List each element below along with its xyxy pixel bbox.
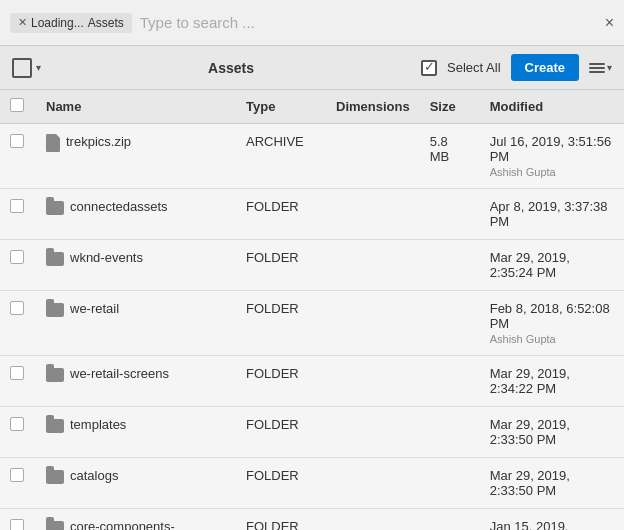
row-5-name: templates [70, 417, 126, 432]
row-1-size [420, 189, 480, 240]
row-3-name-cell: we-retail [36, 291, 236, 356]
row-1-checkbox[interactable] [10, 199, 24, 213]
row-4-modified-date: Mar 29, 2019, 2:34:22 PM [490, 366, 614, 396]
tab-assets-label: Assets [88, 16, 124, 30]
list-options-chevron: ▾ [607, 62, 612, 73]
row-0-size: 5.8 MB [420, 124, 480, 189]
row-4-name-cell: we-retail-screens [36, 356, 236, 407]
row-0-dimensions [326, 124, 420, 189]
row-0-checkbox[interactable] [10, 134, 24, 148]
select-all-checkbox[interactable] [421, 60, 437, 76]
col-header-dimensions: Dimensions [326, 90, 420, 124]
file-icon [46, 134, 60, 152]
row-0-modified: Jul 16, 2019, 3:51:56 PMAshish Gupta [480, 124, 624, 189]
table-row[interactable]: catalogsFOLDERMar 29, 2019, 2:33:50 PM [0, 458, 624, 509]
row-0-type: ARCHIVE [236, 124, 326, 189]
panel-toggle-icon [12, 58, 32, 78]
row-4-checkbox-cell [0, 356, 36, 407]
row-5-checkbox-cell [0, 407, 36, 458]
toolbar: ▾ Assets Select All Create ▾ [0, 46, 624, 90]
row-7-modified: Jan 15, 2019, 8:16:26 PMAshish Gupta [480, 509, 624, 531]
row-2-modified-date: Mar 29, 2019, 2:35:24 PM [490, 250, 614, 280]
header-checkbox[interactable] [10, 98, 24, 112]
row-2-checkbox-cell [0, 240, 36, 291]
toolbar-title: Assets [49, 60, 413, 76]
table-row[interactable]: wknd-eventsFOLDERMar 29, 2019, 2:35:24 P… [0, 240, 624, 291]
toolbar-right: Select All Create ▾ [421, 54, 612, 81]
search-close-icon: × [605, 14, 614, 31]
table-row[interactable]: core-components-examplesFOLDERJan 15, 20… [0, 509, 624, 531]
folder-icon [46, 419, 64, 433]
row-4-size [420, 356, 480, 407]
row-6-name-cell: catalogs [36, 458, 236, 509]
row-7-name: core-components-examples [46, 519, 175, 530]
row-3-size [420, 291, 480, 356]
row-1-dimensions [326, 189, 420, 240]
row-6-dimensions [326, 458, 420, 509]
row-2-name: wknd-events [70, 250, 143, 265]
assets-table: Name Type Dimensions Size Modified trekp… [0, 90, 624, 530]
row-1-modified: Apr 8, 2019, 3:37:38 PM [480, 189, 624, 240]
row-6-checkbox[interactable] [10, 468, 24, 482]
search-close-button[interactable]: × [605, 14, 614, 32]
folder-icon [46, 303, 64, 317]
row-0-checkbox-cell [0, 124, 36, 189]
row-4-type: FOLDER [236, 356, 326, 407]
folder-icon [46, 470, 64, 484]
row-1-name: connectedassets [70, 199, 168, 214]
chevron-down-icon[interactable]: ▾ [36, 62, 41, 73]
table-row[interactable]: we-retail-screensFOLDERMar 29, 2019, 2:3… [0, 356, 624, 407]
row-4-modified: Mar 29, 2019, 2:34:22 PM [480, 356, 624, 407]
create-button[interactable]: Create [511, 54, 579, 81]
col-header-modified: Modified [480, 90, 624, 124]
list-options-button[interactable]: ▾ [589, 62, 612, 73]
row-6-size [420, 458, 480, 509]
row-7-checkbox[interactable] [10, 519, 24, 530]
col-header-name: Name [36, 90, 236, 124]
row-5-checkbox[interactable] [10, 417, 24, 431]
col-checkbox [0, 90, 36, 124]
row-7-dimensions [326, 509, 420, 531]
select-all-label: Select All [447, 60, 500, 75]
row-2-size [420, 240, 480, 291]
toolbar-left: ▾ [12, 58, 41, 78]
row-5-dimensions [326, 407, 420, 458]
row-0-name: trekpics.zip [66, 134, 131, 149]
table-row[interactable]: templatesFOLDERMar 29, 2019, 2:33:50 PM [0, 407, 624, 458]
row-5-type: FOLDER [236, 407, 326, 458]
row-1-modified-date: Apr 8, 2019, 3:37:38 PM [490, 199, 614, 229]
table-row[interactable]: we-retailFOLDERFeb 8, 2018, 6:52:08 PMAs… [0, 291, 624, 356]
table-row[interactable]: trekpics.zipARCHIVE5.8 MBJul 16, 2019, 3… [0, 124, 624, 189]
row-6-checkbox-cell [0, 458, 36, 509]
row-6-modified: Mar 29, 2019, 2:33:50 PM [480, 458, 624, 509]
row-3-checkbox-cell [0, 291, 36, 356]
folder-icon [46, 521, 64, 530]
row-1-checkbox-cell [0, 189, 36, 240]
folder-icon [46, 252, 64, 266]
row-0-name-cell: trekpics.zip [36, 124, 236, 189]
row-3-modified-user: Ashish Gupta [490, 333, 614, 345]
row-5-size [420, 407, 480, 458]
row-2-checkbox[interactable] [10, 250, 24, 264]
row-6-type: FOLDER [236, 458, 326, 509]
col-header-type: Type [236, 90, 326, 124]
table-header: Name Type Dimensions Size Modified [0, 90, 624, 124]
tab-loading-label: Loading... [31, 16, 84, 30]
row-1-type: FOLDER [236, 189, 326, 240]
close-tab-button[interactable]: ✕ Loading... Assets [10, 13, 132, 33]
folder-icon [46, 201, 64, 215]
row-1-name-cell: connectedassets [36, 189, 236, 240]
row-7-type: FOLDER [236, 509, 326, 531]
row-4-dimensions [326, 356, 420, 407]
search-input[interactable] [140, 14, 597, 31]
row-0-modified-date: Jul 16, 2019, 3:51:56 PM [490, 134, 614, 164]
row-2-type: FOLDER [236, 240, 326, 291]
folder-icon [46, 368, 64, 382]
table-container: Name Type Dimensions Size Modified trekp… [0, 90, 624, 530]
row-3-modified-date: Feb 8, 2018, 6:52:08 PM [490, 301, 614, 331]
close-tab-icon: ✕ [18, 16, 27, 29]
row-3-type: FOLDER [236, 291, 326, 356]
row-4-checkbox[interactable] [10, 366, 24, 380]
row-3-checkbox[interactable] [10, 301, 24, 315]
table-row[interactable]: connectedassetsFOLDERApr 8, 2019, 3:37:3… [0, 189, 624, 240]
